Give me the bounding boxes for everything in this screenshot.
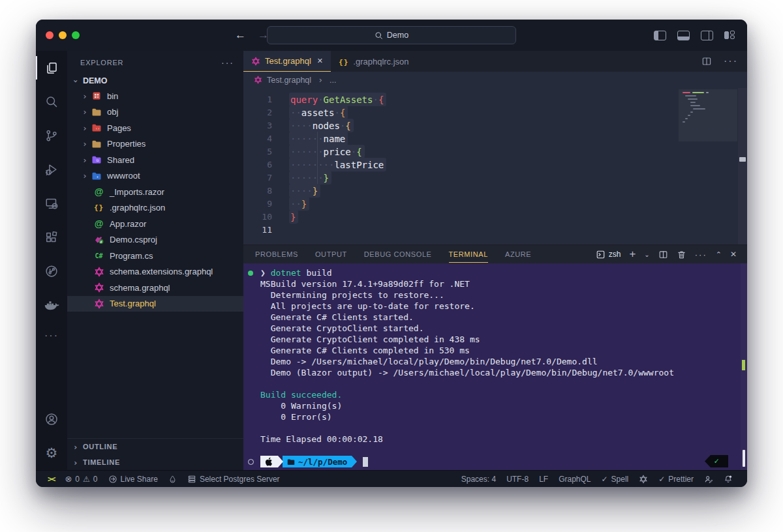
activity-accounts[interactable]: [36, 402, 67, 436]
sidebar-section-outline[interactable]: ›OUTLINE: [67, 439, 243, 454]
tree-item--graphqlrc-json[interactable]: {}.graphqlrc.json: [67, 200, 243, 216]
folder-tan-icon: [91, 138, 102, 149]
tree-item-demo-csproj[interactable]: #Demo.csproj: [67, 232, 243, 248]
tree-item-shared[interactable]: ›⧉Shared: [67, 152, 243, 168]
maximize-panel-icon[interactable]: ⌃: [716, 250, 722, 259]
tree-item-label: obj: [107, 107, 118, 117]
status-prettier[interactable]: ✓Prettier: [653, 471, 699, 487]
activity-settings[interactable]: ⚙: [36, 436, 67, 470]
traffic-lights: [36, 31, 80, 39]
split-editor-icon[interactable]: [701, 56, 712, 66]
activity-run-debug[interactable]: [36, 153, 67, 186]
status-label: Spell: [611, 475, 629, 484]
back-arrow-icon[interactable]: ←: [235, 29, 246, 42]
terminal-line: Demo -> /Users/michael/local/play/Demo/b…: [260, 356, 747, 367]
editor-tab-test-graphql[interactable]: Test.graphql✕: [243, 51, 331, 72]
status-indentation[interactable]: Spaces: 4: [456, 471, 501, 487]
tree-item-label: Program.cs: [110, 251, 153, 261]
close-tab-icon[interactable]: ✕: [317, 57, 323, 65]
tree-item-bin[interactable]: ›bin: [67, 88, 243, 104]
breadcrumb[interactable]: Test.graphql › ...: [243, 72, 747, 88]
debug-icon: [45, 163, 58, 176]
tree-item-schema-extensions-graphql[interactable]: schema.extensions.graphql: [67, 264, 243, 280]
tree-item-program-cs[interactable]: C#Program.cs: [67, 248, 243, 264]
editor-tab--graphqlrc-json[interactable]: {}.graphqlrc.json: [331, 51, 417, 72]
sidebar-section-timeline[interactable]: ›TIMELINE: [67, 454, 243, 470]
code-editor[interactable]: 1query·GetAssets·{2··assets·{3····nodes·…: [243, 88, 747, 244]
toggle-panel-icon[interactable]: [677, 31, 690, 40]
close-panel-icon[interactable]: ✕: [730, 250, 737, 259]
code-line: 9··}: [243, 197, 675, 210]
new-terminal-icon[interactable]: +: [629, 248, 636, 261]
files-icon: [45, 61, 58, 74]
close-window-button[interactable]: [46, 31, 54, 39]
split-terminal-icon[interactable]: [658, 250, 668, 259]
workspace-root-demo[interactable]: › DEMO: [67, 74, 243, 88]
panel-tab-problems[interactable]: PROBLEMS: [255, 245, 298, 263]
explorer-actions-icon[interactable]: ···: [221, 57, 234, 68]
terminal-dropdown-icon[interactable]: ⌄: [644, 251, 649, 258]
status-remote-indicator[interactable]: ><: [42, 471, 59, 487]
status-eol[interactable]: LF: [534, 471, 553, 487]
editor-more-actions-icon[interactable]: ···: [724, 55, 738, 67]
minimap-line: [685, 95, 737, 96]
terminal-scrollbar[interactable]: [741, 263, 747, 470]
editor-scrollbar[interactable]: [738, 88, 747, 244]
editor-tabs: Test.graphql✕{}.graphqlrc.json ···: [243, 51, 747, 72]
panel-tab-azure[interactable]: AZURE: [505, 245, 531, 263]
terminal-prompt[interactable]: ~/l/p/Demo: [260, 456, 747, 467]
command-center-search[interactable]: Demo: [267, 26, 516, 44]
activity-more[interactable]: ···: [36, 325, 67, 347]
line-number: 8: [243, 186, 272, 196]
chevron-right-icon: ›: [71, 458, 80, 467]
panel-tab-output[interactable]: OUTPUT: [315, 245, 347, 263]
activity-docker[interactable]: [36, 288, 67, 322]
tree-item-wwwroot[interactable]: ›✦wwwroot: [67, 168, 243, 185]
activity-remote-explorer[interactable]: [36, 186, 67, 220]
panel-more-icon[interactable]: ···: [695, 250, 707, 259]
status-language-mode[interactable]: GraphQL: [553, 471, 596, 487]
code-line: 3····nodes·{: [243, 119, 675, 132]
terminal-line: 0 Error(s): [260, 411, 747, 422]
status-postgres[interactable]: Select Postgres Server: [182, 471, 285, 487]
terminal-line: Time Elapsed 00:00:02.18: [260, 434, 747, 445]
toggle-sidebar-icon[interactable]: [654, 31, 666, 40]
kill-terminal-icon[interactable]: [677, 250, 686, 259]
line-number: 6: [243, 160, 272, 170]
zoom-window-button[interactable]: [72, 31, 80, 39]
status-live-share[interactable]: Live Share: [103, 471, 163, 487]
tree-item-properties[interactable]: ›Properties: [67, 136, 243, 153]
status-flame[interactable]: [163, 471, 182, 487]
terminal[interactable]: ❯ dotnet buildMSBuild version 17.4.1+9a8…: [243, 263, 747, 470]
tree-item-test-graphql[interactable]: Test.graphql: [67, 296, 243, 312]
status-graphql-status[interactable]: [634, 471, 653, 487]
command-decoration[interactable]: [248, 271, 253, 276]
activity-search[interactable]: [36, 85, 67, 119]
status-feedback[interactable]: [699, 471, 718, 487]
tree-item-app-razor[interactable]: @App.razor: [67, 216, 243, 232]
status-spell[interactable]: ✓Spell: [596, 471, 634, 487]
activity-live-share[interactable]: [36, 254, 67, 288]
toggle-secondary-sidebar-icon[interactable]: [701, 31, 713, 40]
folder-icon: [287, 458, 295, 466]
status-label: UTF-8: [506, 475, 529, 484]
activity-explorer[interactable]: [36, 51, 67, 85]
tree-item-obj[interactable]: ›obj: [67, 104, 243, 121]
tree-item-pages[interactable]: ›‹›Pages: [67, 120, 243, 136]
status-problems[interactable]: ⊗0⚠0: [59, 471, 102, 487]
panel-tab-debug-console[interactable]: DEBUG CONSOLE: [364, 245, 432, 263]
terminal-line: Generate C# Clients completed in 530 ms: [260, 345, 747, 356]
panel-tab-terminal[interactable]: TERMINAL: [449, 245, 488, 263]
line-number: 4: [243, 134, 272, 143]
tree-item--imports-razor[interactable]: @_Imports.razor: [67, 184, 243, 200]
tree-item-schema-graphql[interactable]: schema.graphql: [67, 280, 243, 296]
terminal-profile[interactable]: zsh: [596, 250, 621, 259]
status-notifications[interactable]: [718, 471, 738, 487]
status-encoding[interactable]: UTF-8: [501, 471, 534, 487]
customize-layout-icon[interactable]: [724, 31, 735, 40]
activity-source-control[interactable]: [36, 119, 67, 153]
minimap[interactable]: [679, 89, 737, 141]
status-label: LF: [539, 475, 548, 484]
activity-extensions[interactable]: [36, 220, 67, 254]
minimize-window-button[interactable]: [59, 31, 67, 39]
